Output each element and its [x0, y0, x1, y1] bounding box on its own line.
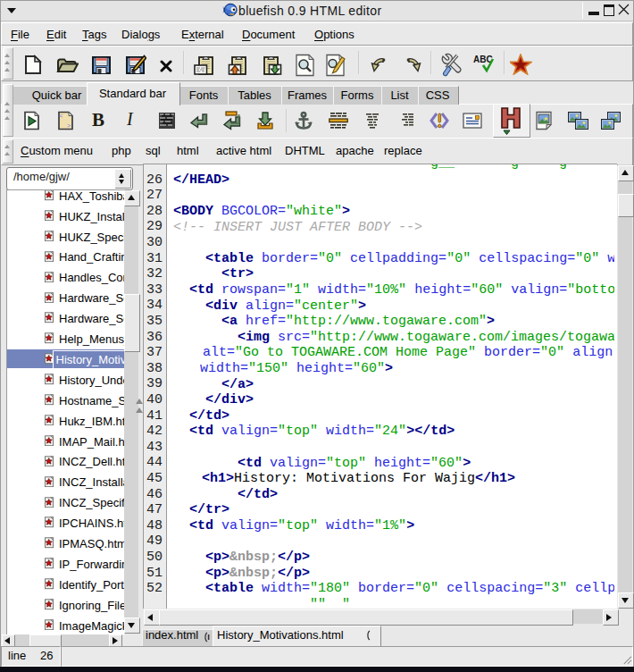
svg-text:>: > — [67, 122, 71, 130]
svg-text:<: < — [59, 113, 63, 120]
